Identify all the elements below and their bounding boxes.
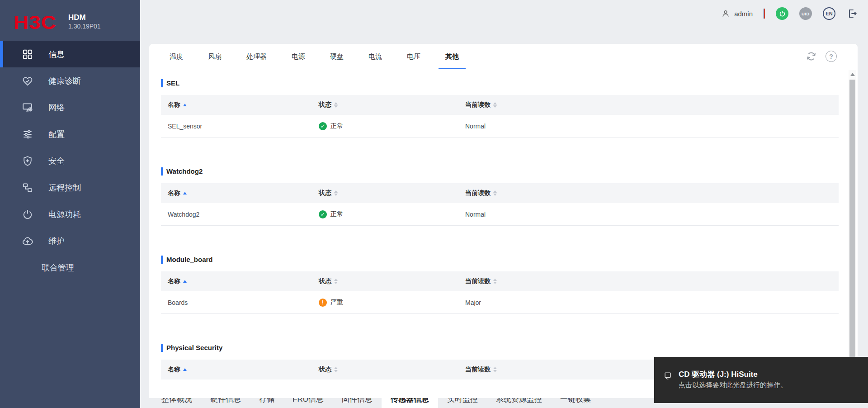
section-title-row: Watchdog2 <box>161 166 839 177</box>
remote-icon <box>22 182 33 194</box>
shield-icon <box>22 155 33 167</box>
column-header-name[interactable]: 名称 <box>168 101 319 109</box>
sort-icon <box>493 279 497 284</box>
cd-drive-notification[interactable]: CD 驱动器 (J:) HiSuite 点击以选择要对此光盘进行的操作。 <box>654 357 868 403</box>
network-icon <box>22 102 33 114</box>
subtab-processor[interactable]: 处理器 <box>240 44 274 69</box>
section-title: Physical Security <box>166 344 222 351</box>
table-header: 名称 状态 当前读数 <box>161 271 839 291</box>
status-ok-icon: ✓ <box>319 210 327 218</box>
sort-asc-icon <box>183 368 187 371</box>
section-accent-bar <box>161 344 163 352</box>
section-title: SEL <box>166 79 179 87</box>
sort-icon <box>493 190 497 196</box>
logout-icon[interactable] <box>846 8 858 19</box>
sensor-content: SEL 名称 状态 当前读数 <box>149 77 858 380</box>
sidebar-item-info[interactable]: 信息 <box>0 41 140 67</box>
product-meta: HDM 1.30.19P01 <box>68 12 101 31</box>
section-title-row: SEL <box>161 77 839 89</box>
section-accent-bar <box>161 79 163 87</box>
language-icon[interactable]: EN <box>823 7 835 20</box>
brand-area: H3C HDM 1.30.19P01 <box>0 0 140 33</box>
user-icon <box>721 9 730 18</box>
section-title: Watchdog2 <box>166 167 203 175</box>
subtab-fan[interactable]: 风扇 <box>201 44 228 69</box>
section-module-board: Module_board 名称 状态 当前读数 <box>161 254 839 314</box>
sort-icon <box>493 367 497 372</box>
sensor-status: ✓ 正常 <box>319 122 465 130</box>
column-header-name[interactable]: 名称 <box>168 277 319 285</box>
column-header-reading[interactable]: 当前读数 <box>465 277 839 285</box>
sort-asc-icon <box>183 192 187 195</box>
section-title-row: Module_board <box>161 254 839 265</box>
sensor-status: ! 严重 <box>319 299 465 307</box>
page: H3C HDM 1.30.19P01 信息 健康诊断 <box>0 0 868 408</box>
sidebar-item-security[interactable]: 安全 <box>0 147 140 174</box>
userbar-divider <box>764 9 765 19</box>
refresh-icon[interactable] <box>805 50 817 62</box>
cloud-icon <box>22 235 33 247</box>
column-header-status[interactable]: 状态 <box>319 365 465 374</box>
sort-icon <box>334 279 338 284</box>
column-header-status[interactable]: 状态 <box>319 101 465 109</box>
sidebar-item-federated-management[interactable]: 联合管理 <box>0 254 140 281</box>
current-user[interactable]: admin <box>721 9 753 18</box>
sidebar-item-health[interactable]: 健康诊断 <box>0 67 140 94</box>
sidebar-item-maintenance[interactable]: 维护 <box>0 228 140 254</box>
help-icon[interactable]: ? <box>826 51 837 62</box>
sort-asc-icon <box>183 104 187 106</box>
sensor-subtabs: 温度 风扇 处理器 电源 硬盘 电流 电压 其他 ? <box>149 44 858 69</box>
user-bar: admin UID EN <box>721 7 858 20</box>
sidebar: H3C HDM 1.30.19P01 信息 健康诊断 <box>0 0 140 408</box>
subtab-voltage[interactable]: 电压 <box>400 44 427 69</box>
subtab-current[interactable]: 电流 <box>362 44 389 69</box>
uid-icon[interactable]: UID <box>799 7 812 20</box>
power-icon <box>22 209 33 220</box>
sidebar-item-remote-control[interactable]: 远程控制 <box>0 174 140 201</box>
column-header-reading[interactable]: 当前读数 <box>465 101 839 109</box>
table-row: Boards ! 严重 Major <box>161 291 839 314</box>
sensor-name: Watchdog2 <box>168 211 319 218</box>
subtab-other[interactable]: 其他 <box>439 44 466 69</box>
subtab-power-supply[interactable]: 电源 <box>285 44 312 69</box>
column-header-name[interactable]: 名称 <box>168 365 319 374</box>
scrollbar[interactable] <box>849 70 856 398</box>
sidebar-item-network[interactable]: 网络 <box>0 94 140 121</box>
sliders-icon <box>22 128 33 140</box>
sort-icon <box>334 102 338 108</box>
h3c-logo: H3C <box>14 13 57 32</box>
grid-icon <box>22 48 33 60</box>
sensor-reading: Major <box>465 299 839 306</box>
cd-drive-icon <box>663 371 673 381</box>
column-header-name[interactable]: 名称 <box>168 189 319 197</box>
column-header-reading[interactable]: 当前读数 <box>465 189 839 197</box>
status-ok-icon: ✓ <box>319 122 327 130</box>
table-header: 名称 状态 当前读数 <box>161 95 839 115</box>
sensor-name: SEL_sensor <box>168 123 319 130</box>
table-header: 名称 状态 当前读数 <box>161 183 839 203</box>
content-panel: 温度 风扇 处理器 电源 硬盘 电流 电压 其他 ? <box>149 44 858 398</box>
sort-icon <box>334 367 338 372</box>
table-row: SEL_sensor ✓ 正常 Normal <box>161 115 839 138</box>
sensor-name: Boards <box>168 299 319 306</box>
product-version: 1.30.19P01 <box>68 22 101 30</box>
panel-tools: ? <box>805 50 837 62</box>
scroll-up-icon[interactable] <box>850 73 855 76</box>
notification-message: 点击以选择要对此光盘进行的操作。 <box>679 380 787 390</box>
section-title: Module_board <box>166 256 213 263</box>
subtab-disk[interactable]: 硬盘 <box>323 44 350 69</box>
scrollbar-thumb[interactable] <box>849 80 855 360</box>
column-header-status[interactable]: 状态 <box>319 277 465 285</box>
sidebar-item-power[interactable]: 电源功耗 <box>0 201 140 228</box>
column-header-status[interactable]: 状态 <box>319 189 465 197</box>
sort-asc-icon <box>183 280 187 283</box>
main-area: admin UID EN 整体概况 硬件信息 存储 FRU信息 固件信息 传感器… <box>140 0 868 408</box>
subtab-temperature[interactable]: 温度 <box>163 44 190 69</box>
section-title-row: Physical Security <box>161 342 839 353</box>
sort-icon <box>493 102 497 108</box>
table-row: Watchdog2 ✓ 正常 Normal <box>161 203 839 226</box>
section-accent-bar <box>161 167 163 176</box>
power-status-icon[interactable] <box>776 7 788 20</box>
sidebar-item-config[interactable]: 配置 <box>0 121 140 147</box>
section-accent-bar <box>161 256 163 264</box>
